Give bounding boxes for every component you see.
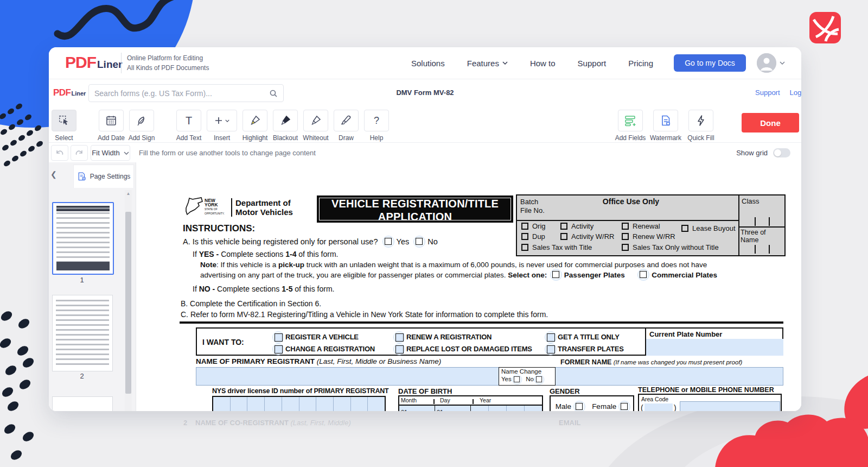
female-checkbox[interactable] <box>621 403 628 411</box>
checkbox-activity[interactable]: Activity <box>560 222 593 230</box>
scrollbar-thumb[interactable] <box>125 212 131 394</box>
page-settings-tab[interactable]: Page Settings <box>73 165 134 188</box>
phone-box: Area Code ( ) <box>638 394 782 411</box>
phone-number-field[interactable] <box>680 401 780 411</box>
desktop-background: 2 NAME OF CO-REGISTRANT (Last, First, Mi… <box>0 0 868 467</box>
nav-solutions[interactable]: Solutions <box>411 59 445 68</box>
tool-add-sign[interactable]: Add Sign <box>130 110 154 142</box>
question-icon: ? <box>374 115 379 127</box>
collapse-sidebar-button[interactable]: ❮ <box>50 170 58 181</box>
scroll-up-arrow[interactable]: ▲ <box>125 191 132 196</box>
name-change-box: Name Change Yes No <box>499 367 556 386</box>
register-vehicle-option[interactable]: REGISTER A VEHICLE <box>275 333 359 341</box>
tagline-line2: All Kinds of PDF Documents <box>127 63 209 73</box>
dob-tick <box>473 399 474 404</box>
redo-button[interactable] <box>71 145 88 161</box>
month-select[interactable]: 01▼ <box>399 406 435 412</box>
three-of-name-label: Three of Name <box>741 229 784 244</box>
page-thumbnail-2[interactable] <box>52 295 113 371</box>
thumbnail-decor <box>56 300 109 367</box>
logo-liner-text: Liner <box>97 59 122 71</box>
avatar[interactable] <box>757 53 776 73</box>
pen-icon <box>136 115 148 127</box>
editor-hint-text: Fill the form or use another tools to ch… <box>139 149 316 157</box>
tool-help[interactable]: ? Help <box>365 110 388 142</box>
year-label: Year <box>480 397 491 403</box>
account-menu[interactable] <box>757 53 785 73</box>
go-to-my-docs-button[interactable]: Go to my Docs <box>674 54 746 72</box>
whiteout-brush-icon <box>310 115 322 127</box>
tool-blackout[interactable]: Blackout <box>273 110 297 142</box>
checkbox-renewal[interactable]: Renewal <box>622 222 660 230</box>
replace-lost-items-option[interactable]: REPLACE LOST OR DAMAGED ITEMS <box>395 345 532 353</box>
checkbox-lease-buyout[interactable]: Lease Buyout <box>681 224 736 232</box>
tool-highlight[interactable]: Highlight <box>243 110 267 142</box>
sidebar-scrollbar[interactable]: ▲ <box>125 190 132 411</box>
tool-insert[interactable]: Insert <box>207 110 237 142</box>
question-a-line: A. Is this vehicle being registered only… <box>183 237 438 246</box>
tool-whiteout[interactable]: Whiteout <box>304 110 328 142</box>
toggle-knob <box>774 149 781 156</box>
page-number-2: 2 <box>52 372 112 380</box>
agency-name: Department ofMotor Vehicles <box>235 198 293 217</box>
zoom-mode-dropdown[interactable]: Fit Width <box>91 145 130 161</box>
name-change-no-checkbox[interactable] <box>536 376 542 383</box>
license-id-grid[interactable] <box>212 396 386 411</box>
show-grid-toggle[interactable] <box>773 148 790 157</box>
dob-inputs: 01▼ 01▼ <box>399 406 542 412</box>
commercial-plates-checkbox[interactable] <box>640 271 647 279</box>
current-plate-field[interactable] <box>646 339 783 356</box>
table-divider <box>517 220 739 221</box>
checkbox-activity-wrr[interactable]: Activity W/RR <box>560 232 614 241</box>
page-thumbnail-1[interactable] <box>52 202 114 275</box>
toolbar-right-group: Add Fields Watermark Quick Fill <box>618 110 713 142</box>
passenger-plates-checkbox[interactable] <box>552 271 560 279</box>
no-checkbox[interactable] <box>416 238 423 245</box>
page-number-1: 1 <box>52 276 112 284</box>
class-label: Class <box>742 197 760 205</box>
tool-add-date[interactable]: Add Date <box>99 110 123 142</box>
search-icon[interactable] <box>269 89 278 98</box>
transfer-plates-option[interactable]: TRANSFER PLATES <box>547 345 624 353</box>
undo-button[interactable] <box>51 145 68 161</box>
change-registration-option[interactable]: CHANGE A REGISTRATION <box>275 345 375 353</box>
done-button[interactable]: Done <box>742 113 799 132</box>
nav-support[interactable]: Support <box>578 59 607 68</box>
nav-how-to[interactable]: How to <box>530 59 556 68</box>
checkbox-orig[interactable]: Orig <box>521 222 546 230</box>
get-title-only-option[interactable]: GET A TITLE ONLY <box>547 333 620 341</box>
paren-open: ( <box>641 403 643 411</box>
checkbox-sales-tax-title[interactable]: Sales Tax with Title <box>521 243 592 251</box>
renew-registration-option[interactable]: RENEW A REGISTRATION <box>395 333 492 341</box>
login-link[interactable]: Log in <box>790 89 801 97</box>
tool-watermark[interactable]: Watermark <box>654 110 678 142</box>
table-divider <box>738 195 739 255</box>
tool-quick-fill[interactable]: Quick Fill <box>689 110 713 142</box>
tool-add-fields[interactable]: Add Fields <box>618 110 642 142</box>
pdfliner-logo[interactable]: PDF Liner <box>65 53 122 72</box>
area-code-field[interactable] <box>644 403 673 411</box>
file-no-label: File No. <box>520 206 545 214</box>
tool-draw[interactable]: Draw <box>334 110 358 142</box>
month-label: Month <box>401 397 417 403</box>
year-field[interactable] <box>471 406 542 412</box>
support-link[interactable]: Support <box>755 89 780 97</box>
tool-select[interactable]: Select <box>52 110 76 142</box>
registrant-name-field[interactable] <box>196 367 783 386</box>
checkbox-dup[interactable]: Dup <box>521 232 545 241</box>
page-thumbnail-3-partial[interactable] <box>52 396 113 411</box>
name-change-yes-checkbox[interactable] <box>514 376 520 383</box>
checkbox-sales-tax-only[interactable]: Sales Tax Only without Title <box>622 243 719 251</box>
line-c: C. Refer to form MV-82.1 Registering/Tit… <box>181 310 548 319</box>
search-input[interactable] <box>89 89 269 98</box>
show-grid-label: Show grid <box>736 149 768 157</box>
nav-features[interactable]: Features <box>467 59 508 68</box>
pdfliner-mini-logo[interactable]: PDF Liner <box>53 87 86 98</box>
checkbox-renew-wrr[interactable]: Renew W/RR <box>622 232 675 241</box>
yes-checkbox[interactable] <box>385 238 392 245</box>
male-checkbox[interactable] <box>576 403 583 411</box>
nav-pricing[interactable]: Pricing <box>628 59 653 68</box>
tool-add-text[interactable]: T Add Text <box>177 110 201 142</box>
day-select[interactable]: 01▼ <box>435 406 471 412</box>
search-forms-box <box>88 84 284 102</box>
